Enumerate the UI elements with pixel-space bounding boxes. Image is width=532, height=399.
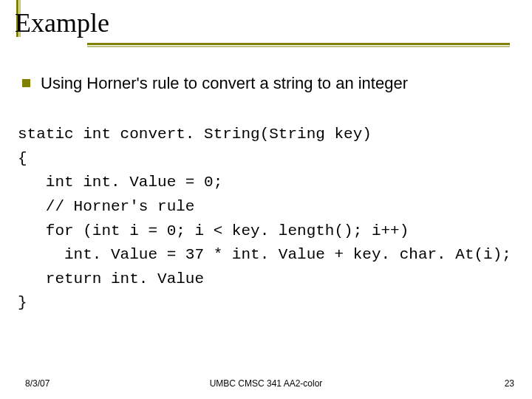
slide-body: Using Horner's rule to convert a string … [22,74,510,316]
bullet-item: Using Horner's rule to convert a string … [22,74,510,93]
code-line: int. Value = 37 * int. Value + key. char… [18,246,511,263]
slide: Example Using Horner's rule to convert a… [0,0,532,399]
code-line: static int convert. String(String key) [18,126,372,143]
slide-title: Example [15,7,510,38]
square-bullet-icon [22,79,30,87]
code-line: // Horner's rule [18,198,194,215]
code-line: for (int i = 0; i < key. length(); i++) [18,222,409,239]
title-block: Example [15,7,510,47]
code-line: } [18,294,27,311]
code-block: static int convert. String(String key) {… [18,123,510,315]
title-underline-shadow [87,46,510,47]
bullet-text: Using Horner's rule to convert a string … [41,74,408,93]
footer: 8/3/07 UMBC CMSC 341 AA2-color 23 [0,374,532,389]
footer-page-number: 23 [505,378,514,389]
footer-course: UMBC CMSC 341 AA2-color [0,378,532,389]
title-underline [87,43,510,45]
code-line: int int. Value = 0; [18,174,222,191]
code-line: return int. Value [18,270,204,287]
code-line: { [18,150,27,167]
